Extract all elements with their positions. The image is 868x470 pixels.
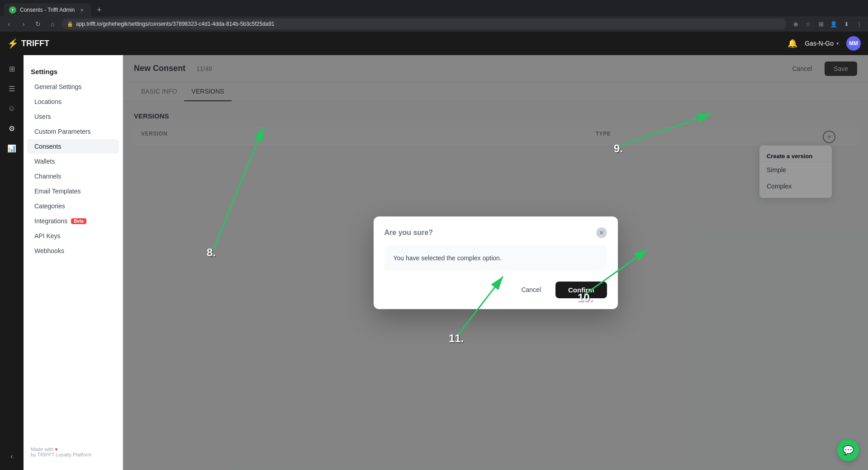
modal-overlay: Are you sure? ✕ You have selected the co… bbox=[123, 55, 868, 470]
app-logo: ⚡ TRIFFT bbox=[7, 38, 49, 49]
main-wrapper: ⊞ ☰ ☺ ⚙ 📊 ‹ Settings General Settings Lo… bbox=[0, 55, 868, 470]
modal-close-button[interactable]: ✕ bbox=[596, 227, 607, 238]
sidebar-section-title: Settings bbox=[24, 62, 123, 79]
active-browser-tab[interactable]: T Consents - Trifft Admin ✕ bbox=[4, 3, 91, 17]
sidebar-item-email-templates[interactable]: Email Templates bbox=[27, 184, 119, 198]
confirmation-modal: Are you sure? ✕ You have selected the co… bbox=[374, 216, 618, 309]
sidebar-item-wallets[interactable]: Wallets bbox=[27, 154, 119, 169]
avatar[interactable]: MM bbox=[846, 36, 861, 51]
sidebar-item-integrations[interactable]: Integrations Beta bbox=[27, 214, 119, 228]
modal-body: You have selected the complex option. bbox=[384, 245, 607, 271]
sidebar-item-webhooks[interactable]: Webhooks bbox=[27, 244, 119, 258]
address-bar[interactable]: 🔒 app.trifft.io/gohehegik/settings/conse… bbox=[62, 19, 787, 29]
sidebar-icon-grid[interactable]: ⊞ bbox=[4, 61, 20, 77]
modal-title: Are you sure? bbox=[384, 229, 433, 237]
refresh-button[interactable]: ↻ bbox=[33, 19, 43, 29]
modal-header: Are you sure? ✕ bbox=[384, 227, 607, 238]
sidebar-nav: General Settings Locations Users Custom … bbox=[24, 79, 123, 441]
modal-confirm-button[interactable]: Confirm bbox=[555, 282, 607, 298]
modal-cancel-button[interactable]: Cancel bbox=[512, 282, 550, 298]
sidebar-item-channels[interactable]: Channels bbox=[27, 169, 119, 183]
sidebar-item-users[interactable]: Users bbox=[27, 109, 119, 124]
sidebar-icon-arrow[interactable]: ‹ bbox=[4, 448, 20, 465]
content-area: New Consent 11/48 Cancel Save BASIC INFO… bbox=[123, 55, 868, 470]
header-right: 🔔 Gas-N-Go ▾ MM bbox=[787, 36, 861, 51]
sidebar-icon-settings[interactable]: ⚙ bbox=[4, 120, 20, 136]
sidebar-icons: ⊞ ☰ ☺ ⚙ 📊 ‹ bbox=[0, 55, 24, 470]
new-tab-button[interactable]: + bbox=[93, 4, 105, 16]
sidebar-item-consents[interactable]: Consents bbox=[27, 139, 119, 154]
org-name: Gas-N-Go bbox=[805, 40, 834, 47]
sidebar-icon-face[interactable]: ☺ bbox=[4, 100, 20, 117]
sidebar: Settings General Settings Locations User… bbox=[24, 55, 123, 470]
back-button[interactable]: ‹ bbox=[4, 19, 14, 29]
lock-icon: 🔒 bbox=[67, 21, 73, 27]
home-button[interactable]: ⌂ bbox=[47, 19, 58, 29]
menu-button[interactable]: ⋮ bbox=[854, 19, 864, 29]
download-button[interactable]: ⬇ bbox=[841, 19, 852, 29]
org-selector[interactable]: Gas-N-Go ▾ bbox=[805, 40, 839, 47]
bookmark-button[interactable]: ☆ bbox=[803, 19, 814, 29]
sidebar-item-custom-parameters[interactable]: Custom Parameters bbox=[27, 124, 119, 139]
logo-icon: ⚡ bbox=[7, 38, 19, 49]
profile-button[interactable]: 👤 bbox=[828, 19, 839, 29]
url-text: app.trifft.io/gohehegik/settings/consent… bbox=[76, 21, 275, 27]
browser-tabs: T Consents - Trifft Admin ✕ + bbox=[0, 0, 868, 16]
zoom-button[interactable]: ⊕ bbox=[790, 19, 801, 29]
notification-bell-icon[interactable]: 🔔 bbox=[787, 38, 797, 48]
beta-badge: Beta bbox=[71, 218, 86, 224]
tab-close-button[interactable]: ✕ bbox=[78, 6, 85, 14]
chevron-down-icon: ▾ bbox=[836, 41, 839, 47]
browser-chrome: T Consents - Trifft Admin ✕ + ‹ › ↻ ⌂ 🔒 … bbox=[0, 0, 868, 32]
sidebar-item-locations[interactable]: Locations bbox=[27, 94, 119, 109]
browser-toolbar: ‹ › ↻ ⌂ 🔒 app.trifft.io/gohehegik/settin… bbox=[0, 16, 868, 32]
sidebar-item-general-settings[interactable]: General Settings bbox=[27, 80, 119, 94]
tab-favicon: T bbox=[9, 6, 16, 14]
sidebar-icon-chart[interactable]: 📊 bbox=[4, 140, 20, 156]
modal-footer: Cancel Confirm bbox=[384, 282, 607, 298]
sidebar-icon-list[interactable]: ☰ bbox=[4, 80, 20, 97]
forward-button[interactable]: › bbox=[18, 19, 29, 29]
logo-text: TRIFFT bbox=[21, 39, 49, 48]
sidebar-footer: Made with ♥ by TRIFFT Loyalty Platform bbox=[24, 441, 123, 463]
chat-icon: 💬 bbox=[843, 445, 854, 456]
sidebar-item-categories[interactable]: Categories bbox=[27, 199, 119, 213]
extensions-button[interactable]: ⊞ bbox=[816, 19, 826, 29]
app-header: ⚡ TRIFFT 🔔 Gas-N-Go ▾ MM bbox=[0, 32, 868, 55]
tab-label: Consents - Trifft Admin bbox=[20, 7, 75, 13]
chat-button[interactable]: 💬 bbox=[837, 439, 859, 461]
integrations-label: Integrations bbox=[34, 217, 67, 225]
app-container: ⚡ TRIFFT 🔔 Gas-N-Go ▾ MM ⊞ ☰ ☺ ⚙ 📊 ‹ Set… bbox=[0, 32, 868, 470]
toolbar-actions: ⊕ ☆ ⊞ 👤 ⬇ ⋮ bbox=[790, 19, 864, 29]
sidebar-item-api-keys[interactable]: API Keys bbox=[27, 229, 119, 243]
